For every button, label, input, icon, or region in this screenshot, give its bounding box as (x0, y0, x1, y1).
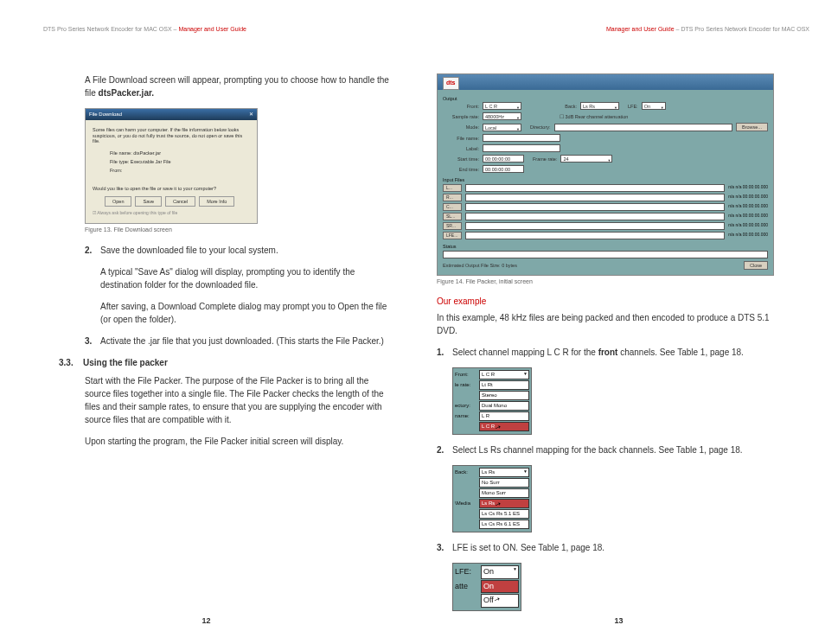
input-r-button[interactable]: R... (443, 194, 462, 201)
mode-dropdown[interactable]: Local (483, 124, 521, 131)
cancel-button[interactable]: Cancel (165, 196, 195, 207)
lfe-dropdown[interactable]: On (642, 102, 666, 110)
step-2-detail-1: A typical "Save As" dialog will display,… (100, 265, 397, 291)
warning-text: Some files can harm your computer. If th… (93, 127, 250, 144)
directory-field[interactable] (554, 124, 733, 131)
page-13: Manager and User Guide – DTS Pro Series … (412, 0, 825, 644)
back-dropdown[interactable]: Ls Rs (580, 102, 619, 110)
browse-button[interactable]: Browse... (736, 123, 768, 131)
dts-logo: dts (443, 77, 459, 90)
status-bar (443, 251, 768, 258)
mini-back-dropdown-screenshot: Back:Ls Rs No Surr Mono Surr \MediaLs Rs… (452, 465, 532, 532)
mini-lfe-dropdown-screenshot: LFE:On atteOn Off (452, 563, 521, 611)
step-3: 3. Activate the .jar file that you just … (85, 335, 397, 348)
header-left: DTS Pro Series Network Encoder for MAC O… (43, 26, 246, 32)
section-3-3-p1: Start with the File Packer. The purpose … (85, 374, 397, 426)
front-dropdown[interactable]: L C R (483, 102, 521, 110)
figure-14-caption: Figure 14. File Packer, initial screen (437, 277, 783, 287)
mini-front-dropdown-screenshot: Front:L C R le rate:Lt Rt Stereo ectory:… (452, 367, 532, 435)
step-2: 2. Save the downloaded file to your loca… (85, 244, 397, 257)
save-button[interactable]: Save (135, 196, 162, 207)
always-ask-checkbox-label: ☑ Always ask before opening this type of… (93, 210, 250, 217)
input-files-section-label: Input Files (443, 176, 768, 183)
header-title: Manager and User Guide (606, 26, 675, 32)
dialog-question: Would you like to open the file or save … (93, 185, 250, 192)
example-step-3: 3. LFE is set to ON. See Table 1, page 1… (437, 541, 783, 554)
example-text: In this example, 48 kHz files are being … (437, 311, 783, 337)
document-spread: DTS Pro Series Network Encoder for MAC O… (0, 0, 825, 644)
page-12: DTS Pro Series Network Encoder for MAC O… (0, 0, 412, 644)
close-icon[interactable]: ✕ (249, 111, 253, 118)
fig14-titlebar: dts (438, 74, 773, 90)
more-info-button[interactable]: More Info (199, 196, 234, 207)
sample-rate-dropdown[interactable]: 48000Hz (483, 112, 521, 120)
selected-lcr-option[interactable]: L C R (479, 422, 529, 431)
input-c-button[interactable]: C... (443, 203, 462, 211)
output-section-label: Output (443, 95, 768, 102)
open-button[interactable]: Open (105, 196, 131, 207)
status-section-label: Status (443, 243, 768, 250)
page12-content: A File Download screen will appear, prom… (85, 73, 397, 448)
figure-14-file-packer-window: dts Output Front: L C R Back: Ls Rs LFE:… (437, 73, 774, 276)
intro-paragraph: A File Download screen will appear, prom… (85, 73, 397, 99)
dialog-titlebar: File Download✕ (86, 109, 257, 120)
page-number-12: 12 (201, 616, 210, 625)
our-example-heading: Our example (437, 295, 783, 308)
end-time-field[interactable]: 00:00:00:00 (483, 165, 524, 173)
example-step-1: 1. Select channel mapping L C R for the … (437, 346, 783, 359)
input-lfe-button[interactable]: LFE... (443, 232, 462, 239)
frame-rate-dropdown[interactable]: 24 (560, 155, 612, 163)
section-3-3-p2: Upon starting the program, the File Pack… (85, 435, 397, 448)
filename-field[interactable] (483, 134, 560, 142)
close-button[interactable]: Close (744, 261, 768, 270)
input-l-button[interactable]: L... (443, 184, 462, 192)
selected-on-option[interactable]: On (481, 580, 519, 594)
page13-content: dts Output Front: L C R Back: Ls Rs LFE:… (437, 73, 783, 611)
page-number-13: 13 (614, 616, 623, 625)
section-3-3-heading: 3.3.Using the file packer (59, 356, 397, 369)
header-product: DTS Pro Series Network Encoder for MAC O… (43, 26, 172, 32)
estimated-size-label: Estimated Output File Size: 0 bytes (443, 262, 517, 269)
selected-lsrs-option[interactable]: Ls Rs (479, 499, 529, 508)
figure-13-caption: Figure 13. File Download screen (85, 226, 397, 235)
example-step-2: 2. Select Ls Rs channel mapping for the … (437, 443, 783, 456)
step-2-detail-2: After saving, a Download Complete dialog… (100, 300, 397, 326)
input-sr-button[interactable]: SR... (443, 222, 462, 230)
header-product: DTS Pro Series Network Encoder for MAC O… (681, 26, 809, 32)
header-title: Manager and User Guide (178, 26, 246, 32)
label-field[interactable] (483, 144, 560, 152)
figure-13-file-download-dialog: File Download✕ Some files can harm your … (85, 108, 258, 224)
input-sl-button[interactable]: SL... (443, 213, 462, 220)
header-right: Manager and User Guide – DTS Pro Series … (606, 26, 809, 32)
start-time-field[interactable]: 00:00:00:00 (483, 155, 524, 163)
